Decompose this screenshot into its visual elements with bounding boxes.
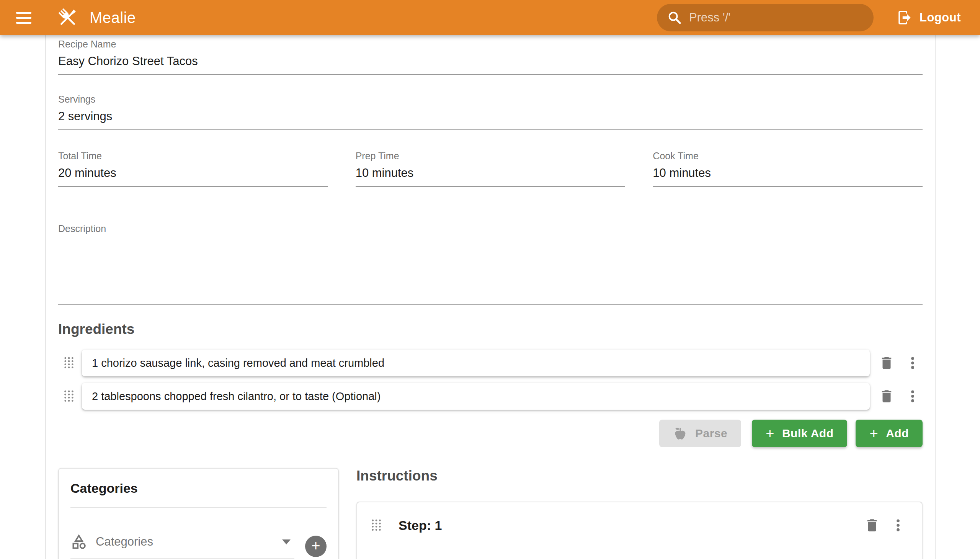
ingredients-list [58, 349, 922, 410]
delete-step-button[interactable] [862, 515, 882, 535]
instructions-heading: Instructions [356, 468, 922, 484]
drag-handle-icon[interactable] [64, 354, 75, 371]
categories-select[interactable]: Categories [70, 533, 294, 559]
servings-label: Servings [58, 93, 922, 105]
add-button[interactable]: + Add [856, 420, 922, 447]
recipe-name-field: Recipe Name [58, 38, 922, 75]
logout-label: Logout [919, 11, 961, 25]
menu-icon[interactable] [16, 5, 41, 30]
logout-button[interactable]: Logout [891, 6, 966, 30]
shapes-icon [70, 533, 87, 550]
recipe-name-input[interactable] [58, 55, 922, 74]
delete-ingredient-button[interactable] [877, 386, 897, 406]
categories-card-title: Categories [70, 481, 327, 496]
app-title: Mealie [89, 9, 136, 26]
servings-field: Servings [58, 93, 922, 130]
add-category-button[interactable]: + [305, 536, 327, 557]
search-icon [667, 10, 682, 25]
categories-card: Categories Categories + [58, 468, 339, 559]
kebab-menu-icon [891, 518, 906, 533]
step-menu-button[interactable] [888, 515, 908, 535]
cook-time-input[interactable] [653, 166, 922, 186]
ingredient-menu-button[interactable] [903, 386, 922, 406]
logout-icon [897, 10, 912, 26]
prep-time-label: Prep Time [355, 150, 626, 162]
instruction-step-card: Step: 1 Combine crumbled chorizo and chi… [356, 501, 922, 559]
categories-select-placeholder: Categories [96, 535, 153, 549]
times-row: Total Time Prep Time Cook Time [58, 150, 922, 187]
plus-icon: + [311, 538, 320, 553]
trash-icon [879, 388, 895, 404]
delete-ingredient-button[interactable] [877, 353, 897, 373]
ingredient-actions: Parse + Bulk Add + Add [58, 420, 922, 447]
kebab-menu-icon [905, 355, 920, 370]
apple-icon [673, 426, 687, 441]
app-header: Mealie Logout [0, 0, 980, 35]
parse-button[interactable]: Parse [659, 420, 741, 447]
drag-handle-icon[interactable] [64, 388, 75, 405]
ingredient-card [82, 383, 870, 410]
drag-handle-icon[interactable] [371, 517, 382, 534]
description-label: Description [58, 223, 922, 234]
ingredient-row [58, 383, 922, 410]
trash-icon [864, 517, 880, 533]
total-time-input[interactable] [58, 166, 328, 186]
bottom-section: Categories Categories + [58, 468, 922, 559]
description-field: Description [58, 223, 922, 305]
servings-input[interactable] [58, 109, 922, 129]
ingredient-card [82, 349, 870, 376]
step-title: Step: 1 [398, 518, 442, 533]
parse-label: Parse [695, 427, 727, 440]
ingredient-input[interactable] [92, 390, 860, 403]
bulk-add-label: Bulk Add [782, 427, 834, 440]
description-input[interactable] [58, 236, 922, 301]
search-bar[interactable] [657, 4, 874, 31]
ingredient-menu-button[interactable] [903, 353, 922, 373]
trash-icon [879, 355, 895, 371]
plus-icon: + [869, 426, 878, 441]
total-time-field: Total Time [58, 150, 328, 187]
cook-time-field: Cook Time [653, 150, 922, 187]
add-label: Add [886, 427, 909, 440]
ingredient-row [58, 349, 922, 376]
recipe-edit-form: Recipe Name Servings Total Time Prep Tim… [45, 35, 935, 559]
total-time-label: Total Time [58, 150, 328, 162]
divider [70, 507, 327, 508]
prep-time-input[interactable] [355, 166, 626, 186]
bulk-add-button[interactable]: + Bulk Add [752, 420, 847, 447]
cook-time-label: Cook Time [653, 150, 922, 162]
plus-icon: + [766, 426, 774, 441]
mealie-logo-icon [56, 6, 79, 30]
chevron-down-icon [282, 539, 291, 544]
ingredients-heading: Ingredients [58, 321, 922, 337]
recipe-name-label: Recipe Name [58, 38, 922, 50]
prep-time-field: Prep Time [355, 150, 626, 187]
search-input[interactable] [689, 11, 864, 25]
kebab-menu-icon [905, 389, 920, 404]
ingredient-input[interactable] [92, 357, 860, 369]
